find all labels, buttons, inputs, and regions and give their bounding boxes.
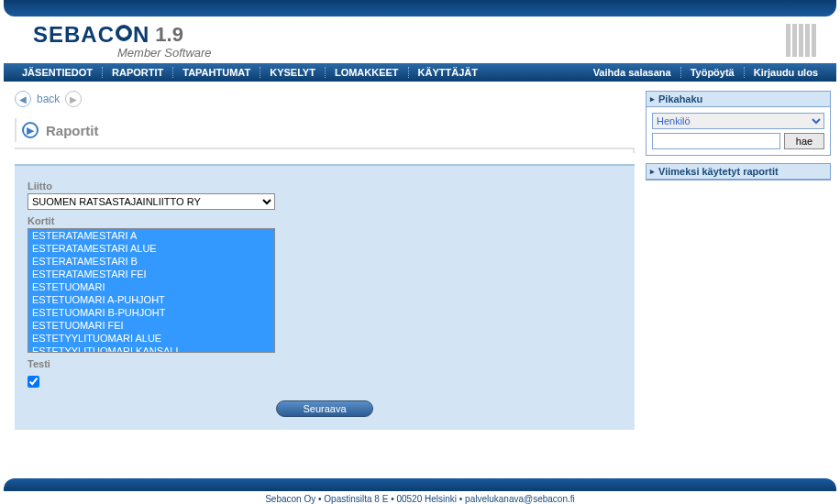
quicksearch-input[interactable] — [652, 133, 780, 149]
list-item[interactable]: ESTERATAMESTARI FEI — [28, 268, 274, 280]
back-label[interactable]: back — [37, 93, 60, 105]
nav-left-group: JÄSENTIEDOT RAPORTIT TAPAHTUMAT KYSELYT … — [13, 67, 487, 78]
report-form-panel: Liitto SUOMEN RATSASTAJAINLIITTO RY Kort… — [15, 164, 635, 430]
kortit-label: Kortit — [28, 215, 622, 226]
recent-reports-title: Viimeksi käytetyt raportit — [658, 166, 779, 177]
page-title-row: ▶ Raportit — [15, 118, 635, 142]
list-item[interactable]: ESTERATAMESTARI A — [28, 229, 274, 242]
nav-tapahtumat[interactable]: TAPAHTUMAT — [172, 67, 260, 78]
app-logo: SEBACN 1.9 — [33, 22, 212, 48]
nav-lomakkeet[interactable]: LOMAKKEET — [325, 67, 408, 78]
list-item[interactable]: ESTETUOMARI — [28, 280, 274, 293]
nav-tyopoyta[interactable]: Työpöytä — [680, 67, 744, 78]
app-subtitle: Member Software — [117, 46, 212, 60]
list-item[interactable]: ESTERATAMESTARI B — [28, 255, 274, 268]
list-item[interactable]: ESTETYYLITUOMARI KANSALL. — [28, 345, 274, 353]
page-title-icon: ▶ — [22, 122, 39, 138]
quicksearch-header: ▸ Pikahaku — [647, 92, 830, 107]
liitto-label: Liitto — [28, 181, 622, 192]
testi-label: Testi — [28, 358, 622, 369]
quicksearch-button[interactable]: hae — [784, 133, 824, 149]
testi-checkbox[interactable] — [28, 376, 39, 388]
nav-kyselyt[interactable]: KYSELYT — [260, 67, 325, 78]
main-nav: JÄSENTIEDOT RAPORTIT TAPAHTUMAT KYSELYT … — [4, 63, 836, 82]
quicksearch-title: Pikahaku — [658, 93, 702, 104]
decorative-bars — [786, 24, 816, 57]
top-bar — [4, 0, 836, 16]
forward-arrow-icon[interactable]: ▶ — [65, 91, 82, 107]
liitto-select[interactable]: SUOMEN RATSASTAJAINLIITTO RY — [28, 193, 275, 210]
chevron-right-icon: ▸ — [650, 94, 655, 104]
quicksearch-panel: ▸ Pikahaku Henkilö hae — [646, 91, 831, 156]
app-version: 1.9 — [155, 23, 183, 47]
chevron-right-icon: ▸ — [650, 167, 655, 176]
list-item[interactable]: ESTETUOMARI B-PUHJOHT — [28, 306, 274, 319]
quicksearch-type-select[interactable]: Henkilö — [652, 113, 824, 129]
bottom-bar — [4, 478, 836, 491]
nav-kirjaudu-ulos[interactable]: Kirjaudu ulos — [744, 67, 827, 78]
footer-email[interactable]: palvelukanava@sebacon.fi — [465, 494, 575, 504]
page-title: Raportit — [46, 123, 99, 138]
kortit-listbox[interactable]: ESTERATAMESTARI A ESTERATAMESTARI ALUE E… — [28, 228, 275, 353]
recent-reports-panel: ▸ Viimeksi käytetyt raportit — [646, 163, 831, 181]
back-nav: ◀ back ▶ — [15, 91, 635, 107]
list-item[interactable]: ESTERATAMESTARI ALUE — [28, 242, 274, 255]
list-item[interactable]: ESTETUOMARI A-PUHJOHT — [28, 293, 274, 306]
recent-reports-header: ▸ Viimeksi käytetyt raportit — [647, 164, 830, 180]
back-arrow-icon[interactable]: ◀ — [15, 91, 31, 107]
footer: Sebacon Oy • Opastinsilta 8 E • 00520 He… — [0, 494, 840, 504]
nav-right-group: Vaihda salasana Työpöytä Kirjaudu ulos — [584, 67, 827, 78]
nav-vaihda-salasana[interactable]: Vaihda salasana — [584, 67, 680, 78]
seuraava-button[interactable]: Seuraava — [276, 400, 372, 417]
nav-kayttajat[interactable]: KÄYTTÄJÄT — [408, 67, 487, 78]
logo-area: SEBACN 1.9 Member Software — [0, 16, 840, 63]
list-item[interactable]: ESTETUOMARI FEI — [28, 319, 274, 332]
list-item[interactable]: ESTETYYLITUOMARI ALUE — [28, 332, 274, 345]
nav-jasentiedot[interactable]: JÄSENTIEDOT — [13, 67, 102, 78]
nav-raportit[interactable]: RAPORTIT — [102, 67, 172, 78]
